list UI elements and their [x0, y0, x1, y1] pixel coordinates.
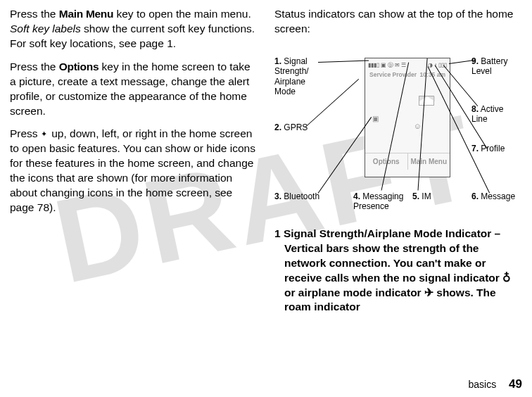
def-text: 1 Signal Strength/Airplane Mode Indicato… — [274, 227, 522, 315]
left-column: Press the Main Menu key to open the main… — [10, 7, 258, 366]
status-left-cluster: ▮▮▮▯ ▣ ⓑ ✉ ☰ — [368, 63, 406, 68]
envelope-icon — [419, 96, 434, 106]
para-options: Press the Options key in the home screen… — [10, 60, 258, 119]
callout-text: Messaging Presence — [353, 191, 403, 211]
definition-1: 1 Signal Strength/Airplane Mode Indicato… — [274, 227, 522, 315]
gprs-icon: ▣ — [381, 63, 386, 68]
def-heading: 1 Signal Strength/Airplane Mode Indicato… — [274, 227, 500, 239]
callout-text: Bluetooth — [284, 191, 319, 201]
contact-icon: ☺ — [414, 121, 422, 132]
para-nav: Press up, down, left, or right in the ho… — [10, 127, 258, 215]
callout-num: 3. — [274, 191, 281, 201]
callout-battery: 9. Battery Level — [471, 56, 514, 77]
callout-bluetooth: 3. Bluetooth — [274, 191, 319, 201]
softkey-right: Main Menu — [407, 153, 450, 170]
callout-text: Message — [481, 191, 515, 201]
callout-text: GPRS — [284, 122, 308, 132]
callout-presence: 4. Messaging Presence — [353, 191, 404, 212]
mainmenu-keyword: Main Menu — [59, 8, 113, 20]
options-keyword: Options — [59, 61, 99, 73]
section-label: basics — [469, 379, 497, 390]
callout-num: 6. — [471, 191, 479, 201]
signal-icon: ▮▮▮▯ — [368, 63, 379, 68]
callout-num: 7. — [471, 144, 479, 153]
para-mainmenu: Press the Main Menu key to open the main… — [10, 7, 258, 51]
callout-activeline: 8. Active Line — [471, 104, 514, 125]
home-body: ▣ ☺ — [365, 79, 450, 153]
service-provider-label: Service Provider — [369, 71, 417, 79]
phone-screen: ▮▮▮▯ ▣ ⓑ ✉ ☰ ◑ ↕ ▯▯▯ Service Provider 10… — [365, 58, 450, 177]
presence-icon: ✉ — [395, 63, 400, 68]
def-body: Vertical bars show the strength of the n… — [284, 242, 511, 313]
page-number: 49 — [509, 377, 522, 391]
right-column: Status indicators can show at the top of… — [274, 7, 522, 366]
bluetooth-icon: ⓑ — [388, 63, 393, 68]
callout-num: 5. — [412, 191, 419, 201]
text: Press the — [10, 8, 59, 20]
callout-num: 2. — [274, 122, 281, 132]
two-column-layout: Press the Main Menu key to open the main… — [0, 0, 532, 366]
nav-key-icon — [41, 130, 49, 138]
callout-num: 1. — [274, 56, 281, 66]
callout-message: 6. Message — [471, 191, 515, 201]
text: Press — [10, 127, 41, 139]
text: key to open the main menu. — [113, 8, 251, 20]
im-icon: ☰ — [401, 63, 406, 68]
status-intro: Status indicators can show at the top of… — [274, 7, 522, 37]
provider-row: Service Provider 10:35 am — [365, 71, 450, 79]
callout-text: IM — [422, 191, 431, 201]
softkey-bar: Options Main Menu — [365, 153, 450, 170]
leader-line — [318, 117, 372, 194]
callout-num: 9. — [471, 56, 479, 66]
callout-gprs: 2. GPRS — [274, 122, 308, 132]
page-footer: basics 49 — [469, 377, 523, 391]
callout-im: 5. IM — [412, 191, 431, 201]
leader-line — [318, 60, 369, 63]
softkeylabels-term: Soft key labels — [10, 23, 81, 34]
status-diagram: ▮▮▮▯ ▣ ⓑ ✉ ☰ ◑ ↕ ▯▯▯ Service Provider 10… — [274, 45, 522, 214]
text: Press the — [10, 61, 59, 73]
callout-num: 4. — [353, 191, 360, 201]
camera-icon: ▣ — [372, 114, 379, 124]
callout-profile: 7. Profile — [471, 144, 505, 153]
text: up, down, left, or right in the home scr… — [10, 127, 255, 213]
callout-signal: 1. Signal Strength/ Airplane Mode — [274, 56, 322, 97]
